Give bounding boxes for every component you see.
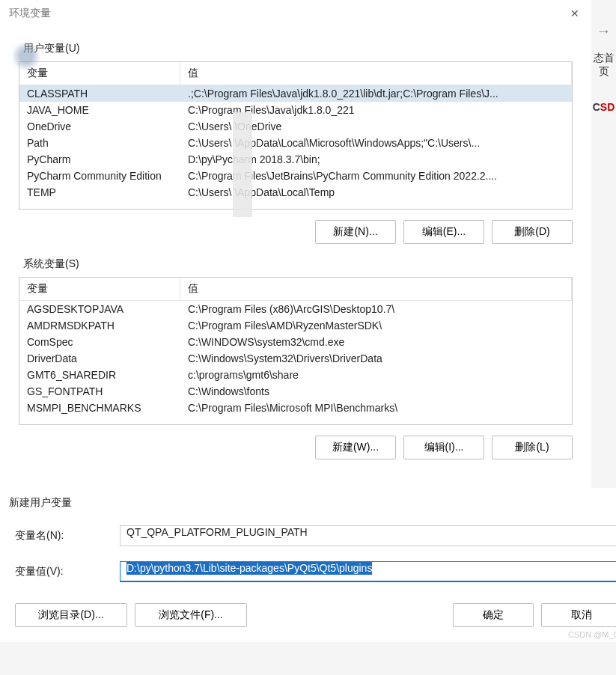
var-name-cell: PyCharm Community Edition xyxy=(19,168,180,184)
window-title: 环境变量 xyxy=(9,7,51,20)
var-name-cell: OneDrive xyxy=(19,118,180,135)
table-row[interactable]: PyCharm Community EditionC:\Program File… xyxy=(19,168,572,184)
new-user-var-dialog: 新建用户变量 ✕ 变量名(N): QT_QPA_PLATFORM_PLUGIN_… xyxy=(0,488,616,642)
browse-dir-button[interactable]: 浏览目录(D)... xyxy=(15,603,127,627)
browse-file-button[interactable]: 浏览文件(F)... xyxy=(135,603,247,627)
list-header: 变量 值 xyxy=(19,278,572,301)
user-vars-list[interactable]: 变量 值 CLASSPATH.;C:\Program Files\Java\jd… xyxy=(19,61,573,210)
var-value-cell: D:\py\Pycharm 2018.3.7\bin; xyxy=(180,151,572,168)
edit-user-button[interactable]: 编辑(E)... xyxy=(403,220,484,244)
titlebar: 新建用户变量 ✕ xyxy=(0,488,616,518)
system-vars-list[interactable]: 变量 值 AGSDESKTOPJAVAC:\Program Files (x86… xyxy=(19,277,573,425)
var-value-cell: C:\Program Files\Microsoft MPI\Benchmark… xyxy=(180,400,572,416)
var-name-input[interactable]: QT_QPA_PLATFORM_PLUGIN_PATH xyxy=(120,525,616,546)
table-row[interactable]: PyCharmD:\py\Pycharm 2018.3.7\bin; xyxy=(19,151,572,168)
col-header-val[interactable]: 值 xyxy=(180,278,572,300)
titlebar: 环境变量 ✕ xyxy=(0,0,591,27)
var-name-cell: ComSpec xyxy=(19,334,180,350)
var-name-cell: AGSDESKTOPJAVA xyxy=(19,301,180,317)
var-name-cell: MSMPI_BENCHMARKS xyxy=(19,400,180,416)
var-value-cell: C:\Users\ \OneDrive xyxy=(180,118,572,135)
table-row[interactable]: MSMPI_BENCHMARKSC:\Program Files\Microso… xyxy=(19,400,572,416)
new-sys-button[interactable]: 新建(W)... xyxy=(315,436,396,459)
var-value-cell: C:\Program Files\JetBrains\PyCharm Commu… xyxy=(180,168,572,184)
var-name-cell: Path xyxy=(19,135,180,151)
system-vars-section: 系统变量(S) 变量 值 AGSDESKTOPJAVAC:\Program Fi… xyxy=(19,257,573,459)
var-name-cell: PyCharm xyxy=(19,151,180,168)
ok-button[interactable]: 确定 xyxy=(453,603,534,627)
table-row[interactable]: OneDriveC:\Users\ \OneDrive xyxy=(19,118,572,135)
var-name-cell: GS_FONTPATH xyxy=(19,383,180,400)
table-row[interactable]: GMT6_SHAREDIRc:\programs\gmt6\share xyxy=(19,367,572,383)
var-value-cell: C:\Program Files\AMD\RyzenMasterSDK\ xyxy=(180,317,572,334)
delete-user-button[interactable]: 删除(D) xyxy=(492,220,573,244)
var-value-cell: C:\Windows\fonts xyxy=(180,383,572,400)
var-name-label: 变量名(N): xyxy=(15,529,120,543)
var-value-cell: c:\programs\gmt6\share xyxy=(180,367,572,383)
env-vars-dialog: 环境变量 ✕ → 态首页 CCSDSD 用户变量(U) 变量 值 CLASSPA… xyxy=(0,0,591,488)
table-row[interactable]: GS_FONTPATHC:\Windows\fonts xyxy=(19,383,572,400)
var-name-cell: GMT6_SHAREDIR xyxy=(19,367,180,383)
col-header-var[interactable]: 变量 xyxy=(19,62,180,85)
var-value-input[interactable]: D:\py\python3.7\Lib\site-packages\PyQt5\… xyxy=(120,561,616,582)
close-icon[interactable]: ✕ xyxy=(613,495,616,510)
col-header-val[interactable]: 值 xyxy=(180,62,572,85)
var-value-cell: C:\Program Files\Java\jdk1.8.0_221 xyxy=(180,102,572,118)
cancel-button[interactable]: 取消 xyxy=(541,603,616,627)
var-name-cell: AMDRMSDKPATH xyxy=(19,317,180,334)
background-fragment: → 态首页 CCSDSD xyxy=(591,22,616,113)
table-row[interactable]: JAVA_HOMEC:\Program Files\Java\jdk1.8.0_… xyxy=(19,102,572,118)
table-row[interactable]: TEMPC:\Users\ \AppData\Local\Temp xyxy=(19,184,572,201)
var-value-cell: .;C:\Program Files\Java\jdk1.8.0_221\lib… xyxy=(180,85,572,102)
var-name-cell: TEMP xyxy=(19,184,180,201)
close-icon[interactable]: ✕ xyxy=(567,6,582,21)
var-value-cell: C:\Users\ \AppData\Local\Microsoft\Windo… xyxy=(180,135,572,151)
var-name-cell: JAVA_HOME xyxy=(19,102,180,118)
var-name-cell: CLASSPATH xyxy=(19,85,180,102)
var-value-cell: C:\Program Files (x86)\ArcGIS\Desktop10.… xyxy=(180,301,572,317)
var-value-cell: C:\Windows\System32\Drivers\DriverData xyxy=(180,350,572,367)
table-row[interactable]: AGSDESKTOPJAVAC:\Program Files (x86)\Arc… xyxy=(19,301,572,317)
edit-sys-button[interactable]: 编辑(I)... xyxy=(403,436,484,459)
var-name-cell: DriverData xyxy=(19,350,180,367)
system-vars-label: 系统变量(S) xyxy=(23,257,573,271)
table-row[interactable]: PathC:\Users\ \AppData\Local\Microsoft\W… xyxy=(19,135,572,151)
list-header: 变量 值 xyxy=(19,62,572,85)
table-row[interactable]: CLASSPATH.;C:\Program Files\Java\jdk1.8.… xyxy=(19,85,572,102)
user-vars-section: 用户变量(U) 变量 值 CLASSPATH.;C:\Program Files… xyxy=(19,42,573,244)
table-row[interactable]: ComSpecC:\WINDOWS\system32\cmd.exe xyxy=(19,334,572,350)
var-value-cell: C:\WINDOWS\system32\cmd.exe xyxy=(180,334,572,350)
var-value-cell: C:\Users\ \AppData\Local\Temp xyxy=(180,184,572,201)
dialog-title: 新建用户变量 xyxy=(9,496,72,510)
new-user-button[interactable]: 新建(N)... xyxy=(315,220,396,244)
col-header-var[interactable]: 变量 xyxy=(19,278,180,300)
var-value-label: 变量值(V): xyxy=(15,565,120,578)
delete-sys-button[interactable]: 删除(L) xyxy=(492,436,573,459)
table-row[interactable]: DriverDataC:\Windows\System32\Drivers\Dr… xyxy=(19,350,572,367)
table-row[interactable]: AMDRMSDKPATHC:\Program Files\AMD\RyzenMa… xyxy=(19,317,572,334)
watermark: CSDN @M_Q_T xyxy=(568,630,616,639)
user-vars-label: 用户变量(U) xyxy=(23,42,573,55)
